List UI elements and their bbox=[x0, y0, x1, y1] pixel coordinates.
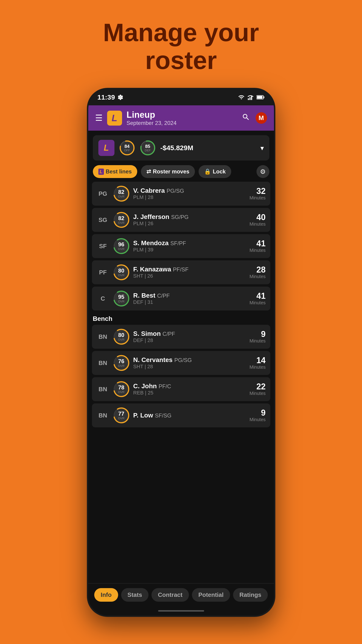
wifi-icon bbox=[238, 94, 245, 100]
ovr-circle: 80 OVR bbox=[113, 264, 130, 280]
app-header: ☰ L Lineup September 23, 2024 M bbox=[88, 105, 274, 131]
player-row[interactable]: PG 82 OVR V. Cabrera PG/SG PLM | 28 32 M… bbox=[92, 182, 270, 206]
ovr-circle: 78 OVR bbox=[113, 381, 130, 398]
position-badge: BN bbox=[96, 360, 109, 366]
position-badge: C bbox=[96, 295, 109, 302]
player-detail: REB | 25 bbox=[133, 390, 246, 396]
player-info: R. Best C/PF DEF | 31 bbox=[133, 292, 246, 305]
content-area: L 84 OFF bbox=[88, 131, 274, 616]
lock-button[interactable]: 🔒 Lock bbox=[199, 165, 231, 178]
player-minutes: 22 Minutes bbox=[249, 382, 266, 396]
signal-icon bbox=[247, 94, 254, 100]
header-title: Lineup bbox=[127, 110, 237, 120]
phone-shell: 11:39 ☰ L Lineup September 23, 2024 bbox=[87, 88, 275, 617]
player-row[interactable]: BN 76 OVR N. Cervantes PG/SG SHT | 28 14… bbox=[92, 351, 270, 375]
tab-stats[interactable]: Stats bbox=[121, 588, 149, 602]
team-balance: -$45.829M bbox=[160, 144, 256, 152]
position-badge: PF bbox=[96, 269, 109, 276]
player-detail: DEF | 31 bbox=[133, 299, 246, 305]
header-subtitle: September 23, 2024 bbox=[127, 120, 237, 126]
svg-rect-5 bbox=[263, 96, 264, 98]
player-minutes: 9 Minutes bbox=[249, 330, 266, 344]
tab-contract[interactable]: Contract bbox=[151, 588, 189, 602]
bottom-tabs: InfoStatsContractPotentialRatings bbox=[88, 583, 274, 606]
header-actions: M bbox=[242, 112, 267, 124]
player-name: S. Simon C/PF bbox=[133, 330, 246, 338]
player-name: R. Best C/PF bbox=[133, 292, 246, 299]
player-detail: PLM | 26 bbox=[133, 220, 246, 226]
home-bar bbox=[158, 610, 204, 612]
header-title-group: Lineup September 23, 2024 bbox=[127, 110, 237, 126]
player-minutes: 41 Minutes bbox=[249, 240, 266, 253]
svg-point-0 bbox=[120, 96, 121, 98]
svg-rect-3 bbox=[251, 96, 252, 100]
player-row[interactable]: C 95 OVR R. Best C/PF DEF | 31 41 Minute… bbox=[92, 286, 270, 310]
ovr-circle: 96 OVR bbox=[113, 238, 130, 254]
player-minutes: 14 Minutes bbox=[249, 356, 266, 370]
position-badge: BN bbox=[96, 412, 109, 419]
team-logo: L bbox=[98, 140, 114, 156]
player-minutes: 28 Minutes bbox=[249, 266, 266, 279]
svg-rect-6 bbox=[257, 96, 263, 99]
player-name: N. Cervantes PG/SG bbox=[133, 356, 246, 364]
header-logo: L bbox=[107, 111, 122, 126]
search-icon[interactable] bbox=[242, 113, 250, 123]
position-badge: BN bbox=[96, 386, 109, 393]
page-title-area: Manage your roster bbox=[103, 18, 259, 74]
ovr-circle: 82 OVR bbox=[113, 212, 130, 228]
best-lines-button[interactable]: L Best lines bbox=[93, 165, 137, 178]
status-bar: 11:39 bbox=[88, 89, 274, 105]
headline: Manage your roster bbox=[103, 18, 259, 74]
ovr-circle: 80 OVR bbox=[113, 328, 130, 345]
status-icons bbox=[238, 94, 265, 100]
player-row[interactable]: BN 80 OVR S. Simon C/PF DEF | 28 9 Minut… bbox=[92, 325, 270, 349]
hamburger-icon[interactable]: ☰ bbox=[95, 113, 102, 123]
player-info: N. Cervantes PG/SG SHT | 28 bbox=[133, 356, 246, 370]
svg-rect-1 bbox=[248, 98, 249, 100]
player-name: P. Low SF/SG bbox=[133, 412, 246, 419]
battery-icon bbox=[257, 95, 265, 100]
roster-moves-button[interactable]: ⇄ Roster moves bbox=[141, 165, 195, 178]
position-badge: SG bbox=[96, 216, 109, 224]
player-row[interactable]: BN 77 OVR P. Low SF/SG 9 Minutes bbox=[92, 404, 270, 427]
player-minutes: 32 Minutes bbox=[249, 187, 266, 200]
player-list: PG 82 OVR V. Cabrera PG/SG PLM | 28 32 M… bbox=[88, 182, 274, 583]
position-badge: PG bbox=[96, 190, 109, 197]
tab-ratings[interactable]: Ratings bbox=[233, 588, 268, 602]
player-row[interactable]: PF 80 OVR F. Kanazawa PF/SF SHT | 26 28 … bbox=[92, 260, 270, 284]
player-info: S. Mendoza SF/PF PLM | 39 bbox=[133, 240, 246, 253]
profile-icon[interactable]: M bbox=[256, 112, 267, 124]
player-info: P. Low SF/SG bbox=[133, 412, 246, 419]
player-name: F. Kanazawa PF/SF bbox=[133, 266, 246, 273]
player-detail: PLM | 39 bbox=[133, 247, 246, 253]
player-minutes: 9 Minutes bbox=[249, 409, 266, 422]
off-rating-circle: 84 OFF bbox=[119, 140, 135, 156]
home-indicator bbox=[88, 606, 274, 616]
settings-status-icon bbox=[117, 94, 124, 100]
player-detail: SHT | 26 bbox=[133, 273, 246, 279]
chevron-down-icon[interactable]: ▾ bbox=[260, 144, 264, 152]
position-badge: SF bbox=[96, 243, 109, 250]
ovr-circle: 82 OVR bbox=[113, 186, 130, 202]
tab-info[interactable]: Info bbox=[94, 588, 118, 602]
player-row[interactable]: BN 78 OVR C. John PF/C REB | 25 22 Minut… bbox=[92, 377, 270, 401]
player-name: C. John PF/C bbox=[133, 382, 246, 390]
player-name: V. Cabrera PG/SG bbox=[133, 187, 246, 194]
player-info: V. Cabrera PG/SG PLM | 28 bbox=[133, 187, 246, 200]
bench-header: Bench bbox=[92, 313, 270, 325]
player-row[interactable]: SG 82 OVR J. Jefferson SG/PG PLM | 26 40… bbox=[92, 208, 270, 232]
player-name: J. Jefferson SG/PG bbox=[133, 213, 246, 220]
status-time: 11:39 bbox=[97, 94, 124, 101]
player-name: S. Mendoza SF/PF bbox=[133, 240, 246, 247]
settings-button[interactable]: ⚙ bbox=[257, 165, 269, 178]
ovr-circle: 77 OVR bbox=[113, 407, 130, 424]
player-detail: DEF | 28 bbox=[133, 338, 246, 344]
player-row[interactable]: SF 96 OVR S. Mendoza SF/PF PLM | 39 41 M… bbox=[92, 234, 270, 258]
ovr-circle: 95 OVR bbox=[113, 290, 130, 307]
player-info: S. Simon C/PF DEF | 28 bbox=[133, 330, 246, 344]
player-detail: SHT | 28 bbox=[133, 364, 246, 370]
team-stats-bar[interactable]: L 84 OFF bbox=[93, 135, 269, 160]
position-badge: BN bbox=[96, 333, 109, 340]
ovr-circle: 76 OVR bbox=[113, 355, 130, 371]
tab-potential[interactable]: Potential bbox=[192, 588, 230, 602]
